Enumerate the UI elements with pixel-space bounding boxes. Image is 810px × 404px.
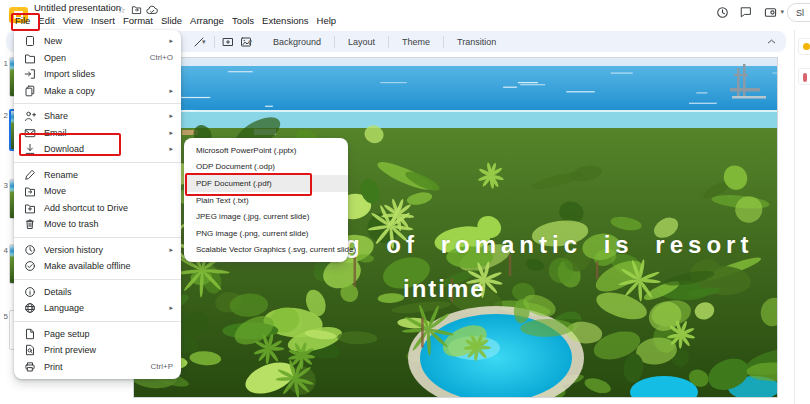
menu-item-label: Microsoft PowerPoint (.pptx) — [196, 146, 296, 155]
menu-divider — [14, 279, 181, 280]
page-setup-icon — [24, 328, 36, 340]
menu-divider — [14, 162, 181, 163]
toolbar-buttons: BackgroundLayoutThemeTransition — [264, 31, 505, 52]
menu-item-new[interactable]: New▸ — [14, 33, 181, 50]
menu-item-label: Share — [44, 111, 163, 121]
menu-insert[interactable]: Insert — [87, 14, 119, 27]
open-icon — [24, 52, 36, 64]
toolbar-separator — [443, 36, 444, 48]
menu-extensions[interactable]: Extensions — [258, 14, 312, 27]
rename-icon — [24, 169, 36, 181]
download-submenu: Microsoft PowerPoint (.pptx)ODP Document… — [184, 138, 348, 262]
layout-button[interactable]: Layout — [339, 37, 384, 47]
offline-icon — [24, 260, 36, 272]
side-panel-item[interactable] — [798, 38, 810, 55]
present-caret-icon[interactable]: ▾ — [780, 8, 784, 16]
move-icon — [24, 185, 36, 197]
menu-item-label: PDF Document (.pdf) — [196, 179, 272, 188]
theme-button[interactable]: Theme — [393, 37, 439, 47]
menu-view[interactable]: View — [59, 14, 87, 27]
menu-item-label: Make a copy — [44, 86, 163, 96]
toolbar-separator — [214, 36, 215, 48]
background-button[interactable]: Background — [264, 37, 330, 47]
menu-item-add-shortcut-to-drive[interactable]: Add shortcut to Drive — [14, 200, 181, 217]
menu-item-label: Rename — [44, 170, 173, 180]
menu-item-label: ODP Document (.odp) — [196, 162, 275, 171]
history-icon — [24, 244, 36, 256]
submenu-arrow-icon: ▸ — [169, 37, 173, 45]
document-title[interactable]: Untitled presentation — [34, 2, 121, 13]
transition-button[interactable]: Transition — [448, 37, 505, 47]
shortcut-label: Ctrl+P — [151, 362, 173, 371]
toolbar-separator — [388, 36, 389, 48]
menu-file[interactable]: File — [11, 14, 34, 27]
menu-item-move[interactable]: Move — [14, 183, 181, 200]
slide-title-text[interactable]: g of romantic is resort — [345, 231, 753, 259]
menu-item-odp-document-odp[interactable]: ODP Document (.odp) — [184, 159, 348, 176]
menu-item-label: Print preview — [44, 345, 173, 355]
menu-item-page-setup[interactable]: Page setup — [14, 326, 181, 343]
slide-number: 5 — [1, 312, 8, 321]
menu-item-label: Add shortcut to Drive — [44, 203, 173, 213]
menu-item-label: Print — [44, 362, 145, 372]
menu-item-jpeg-image-jpg-current-slide[interactable]: JPEG image (.jpg, current slide) — [184, 208, 348, 225]
menu-item-move-to-trash[interactable]: Move to trash — [14, 216, 181, 233]
menu-item-label: JPEG image (.jpg, current slide) — [196, 212, 309, 221]
copy-icon — [24, 85, 36, 97]
menu-item-label: Make available offline — [44, 261, 173, 271]
menu-help[interactable]: Help — [313, 14, 341, 27]
menu-item-open[interactable]: OpenCtrl+O — [14, 50, 181, 67]
side-panel-edge — [794, 30, 810, 404]
submenu-arrow-icon: ▸ — [169, 129, 173, 137]
slide-subtitle-text[interactable]: intime — [403, 275, 486, 303]
menu-item-language[interactable]: Language▸ — [14, 300, 181, 317]
menu-item-print[interactable]: PrintCtrl+P — [14, 359, 181, 376]
line-caret-icon[interactable]: ▾ — [202, 38, 206, 46]
menu-item-rename[interactable]: Rename — [14, 167, 181, 184]
side-panel-item[interactable] — [798, 68, 810, 85]
keep-icon — [803, 43, 810, 50]
slide-number: 3 — [1, 181, 8, 190]
textbox-icon[interactable] — [221, 35, 235, 49]
menu-edit[interactable]: Edit — [34, 14, 58, 27]
version-history-icon[interactable] — [714, 4, 730, 20]
menu-item-label: Move — [44, 186, 173, 196]
menu-slide[interactable]: Slide — [157, 14, 186, 27]
menu-arrange[interactable]: Arrange — [186, 14, 228, 27]
menu-format[interactable]: Format — [119, 14, 157, 27]
image-caret-icon[interactable]: ▾ — [249, 38, 253, 46]
titlebar-actions: ▾ — [714, 4, 788, 20]
menu-item-share[interactable]: Share▸ — [14, 108, 181, 125]
menu-item-download[interactable]: Download▸ — [14, 141, 181, 158]
menu-item-scalable-vector-graphics-svg-current-slide[interactable]: Scalable Vector Graphics (.svg, current … — [184, 242, 348, 259]
hide-menus-chevron-icon[interactable] — [764, 35, 778, 48]
menu-item-label: Page setup — [44, 329, 173, 339]
menu-item-label: Import slides — [44, 69, 173, 79]
trash-icon — [24, 218, 36, 230]
menu-item-version-history[interactable]: Version history▸ — [14, 242, 181, 259]
menu-item-make-a-copy[interactable]: Make a copy▸ — [14, 83, 181, 100]
menu-item-email[interactable]: Email▸ — [14, 125, 181, 142]
present-icon[interactable] — [762, 4, 778, 20]
drive-shortcut-icon — [24, 202, 36, 214]
comments-icon[interactable] — [738, 4, 754, 20]
menu-item-png-image-png-current-slide[interactable]: PNG image (.png, current slide) — [184, 225, 348, 242]
menu-tools[interactable]: Tools — [228, 14, 258, 27]
slideshow-button[interactable]: Sl — [787, 3, 810, 22]
menu-item-label: New — [44, 36, 163, 46]
menu-item-import-slides[interactable]: Import slides — [14, 66, 181, 83]
print-preview-icon — [24, 344, 36, 356]
menu-divider — [14, 321, 181, 322]
submenu-arrow-icon: ▸ — [169, 145, 173, 153]
menubar: FileEditViewInsertFormatSlideArrangeTool… — [11, 14, 340, 27]
print-icon — [24, 361, 36, 373]
menu-item-make-available-offline[interactable]: Make available offline — [14, 258, 181, 275]
menu-item-microsoft-powerpoint-pptx[interactable]: Microsoft PowerPoint (.pptx) — [184, 142, 348, 159]
menu-item-plain-text-txt[interactable]: Plain Text (.txt) — [184, 192, 348, 209]
menu-item-details[interactable]: Details — [14, 284, 181, 301]
menu-divider — [14, 103, 181, 104]
menu-item-print-preview[interactable]: Print preview — [14, 342, 181, 359]
menu-item-label: Plain Text (.txt) — [196, 196, 249, 205]
menu-item-pdf-document-pdf[interactable]: PDF Document (.pdf) — [184, 175, 348, 192]
slide-number: 4 — [1, 246, 8, 255]
